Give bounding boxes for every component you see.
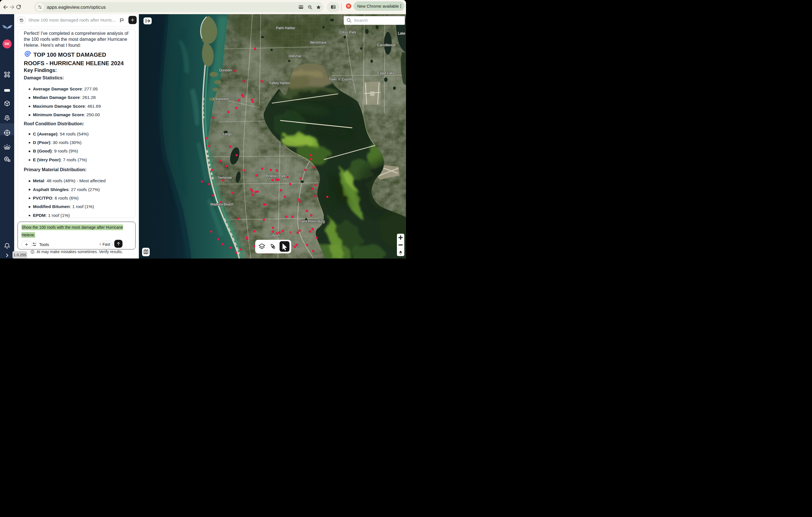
svg-text:Dunedin: Dunedin xyxy=(219,68,232,72)
svg-text:Oldsmar: Oldsmar xyxy=(289,54,301,58)
svg-text:Madeira Beach: Madeira Beach xyxy=(210,202,233,206)
svg-text:Town 'n' Country: Town 'n' Country xyxy=(329,78,354,81)
svg-text:Safety Harbor: Safety Harbor xyxy=(269,81,290,85)
svg-text:Saint Petersburg: Saint Petersburg xyxy=(299,219,325,223)
svg-text:Clearwater: Clearwater xyxy=(213,97,229,101)
svg-text:Palm Harbor: Palm Harbor xyxy=(276,26,295,30)
svg-text:Largo: Largo xyxy=(223,132,232,136)
svg-text:Carrollwood: Carrollwood xyxy=(377,43,395,47)
svg-text:Lake: Lake xyxy=(398,31,405,35)
svg-text:Westchase: Westchase xyxy=(310,40,327,44)
svg-text:Egypt Lake: Egypt Lake xyxy=(377,71,395,75)
svg-text:Pinellas Park: Pinellas Park xyxy=(266,174,286,178)
svg-text:Search: Search xyxy=(354,18,368,23)
svg-text:Seminole: Seminole xyxy=(218,176,232,180)
svg-text:Gulfport: Gulfport xyxy=(268,234,280,238)
svg-text:Citrus Park: Citrus Park xyxy=(339,30,356,34)
